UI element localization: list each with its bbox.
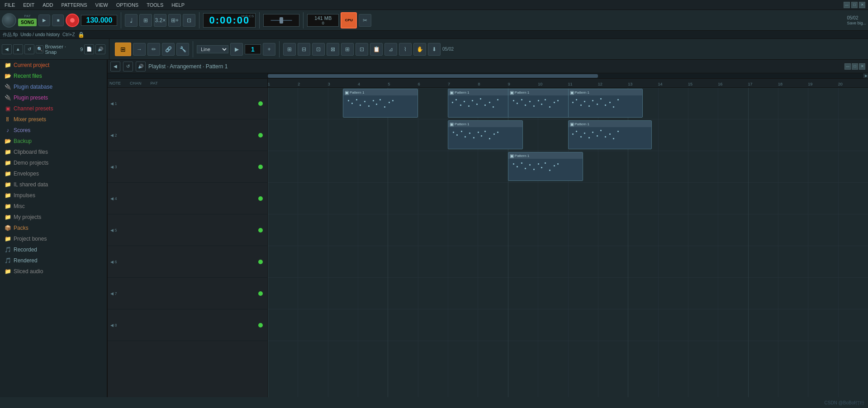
- grid-col-0: [268, 88, 268, 397]
- pattern-block-3[interactable]: ▣ Pattern 1: [568, 89, 643, 118]
- song-pat-toggle[interactable]: SONG: [18, 19, 37, 26]
- mute-tool-btn[interactable]: 🔧: [176, 43, 189, 56]
- stop-button[interactable]: ■: [52, 14, 64, 26]
- playlist-min-btn[interactable]: —: [844, 63, 851, 70]
- pattern-step-btn1[interactable]: ⊞: [139, 14, 152, 27]
- download-btn[interactable]: ⬇: [428, 43, 441, 56]
- sidebar-item-demo-projects[interactable]: 📁 Demo projects: [0, 157, 107, 168]
- timeline-num-1: 1: [268, 82, 270, 86]
- grid-btn5[interactable]: ⊞: [341, 43, 354, 56]
- sidebar-item-label: Demo projects: [14, 160, 48, 166]
- pattern-dots-3: [569, 96, 643, 116]
- sidebar-item-backup[interactable]: 📂 Backup: [0, 136, 107, 147]
- speaker-btn[interactable]: 🔊: [95, 44, 105, 54]
- pattern-dot: [351, 103, 353, 104]
- undo-label[interactable]: Undo / undo history: [20, 32, 60, 37]
- line-select[interactable]: Line: [197, 45, 228, 53]
- playlist-max-btn[interactable]: □: [852, 63, 858, 70]
- draw-tool-btn[interactable]: →: [133, 43, 146, 56]
- window-restore-btn[interactable]: □: [851, 2, 858, 8]
- sidebar-item-label: Envelopes: [14, 171, 39, 177]
- envelope-btn[interactable]: ⌇: [399, 43, 412, 56]
- track-grid[interactable]: ▣ Pattern 1▣ Pattern 1▣ Pattern 1▣ Patte…: [268, 88, 868, 397]
- pattern-step-btn4[interactable]: ⊡: [183, 14, 195, 27]
- pattern-block-5[interactable]: ▣ Pattern 1: [568, 120, 652, 149]
- playlist-refresh-btn[interactable]: ↺: [123, 62, 133, 71]
- pattern-add-btn[interactable]: +: [263, 43, 275, 56]
- master-volume-knob[interactable]: [2, 13, 16, 28]
- sidebar-item-impulses[interactable]: 📁 Impulses: [0, 190, 107, 201]
- sidebar-item-packs[interactable]: 📦 Packs: [0, 223, 107, 233]
- record-button[interactable]: [66, 14, 79, 27]
- sidebar-item-recorded[interactable]: 🎵 Recorded: [0, 244, 107, 255]
- pattern-block-4[interactable]: ▣ Pattern 1: [448, 120, 523, 149]
- menu-item-patterns[interactable]: PATTERNS: [60, 1, 89, 9]
- nav-back-btn[interactable]: ◀: [2, 44, 12, 54]
- sidebar-item-my-projects[interactable]: 📁 My projects: [0, 212, 107, 223]
- playlist-close-btn[interactable]: ✕: [859, 63, 865, 70]
- pattern-dot: [541, 167, 542, 168]
- window-close-btn[interactable]: ✕: [859, 2, 865, 8]
- playlist-speaker-btn[interactable]: 🔊: [136, 62, 146, 71]
- grid-btn3[interactable]: ⊡: [312, 43, 325, 56]
- pitch-range-display[interactable]: [263, 14, 299, 27]
- sidebar-item-plugin-database[interactable]: 🔌 Plugin database: [0, 81, 107, 92]
- sidebar-item-mixer-presets[interactable]: 🎚 Mixer presets: [0, 114, 107, 125]
- nav-up-btn[interactable]: ▲: [13, 44, 23, 54]
- menu-item-edit[interactable]: EDIT: [21, 1, 36, 9]
- playlist-prev-btn[interactable]: ◀: [110, 62, 120, 71]
- pattern-dot: [468, 105, 470, 107]
- sidebar-item-sliced-audio[interactable]: 📁 Sliced audio: [0, 266, 107, 277]
- menu-item-options[interactable]: OPTIONS: [114, 1, 141, 9]
- clipboard-btn[interactable]: 📋: [370, 43, 383, 56]
- metronome-icon-btn[interactable]: ♩: [125, 14, 138, 27]
- window-minimize-btn[interactable]: —: [844, 2, 850, 8]
- pattern-dot: [597, 104, 598, 105]
- menu-item-file[interactable]: FILE: [3, 1, 17, 9]
- sidebar-item-rendered[interactable]: 🎵 Rendered: [0, 255, 107, 266]
- sidebar-item-current-project[interactable]: 📁 Current project: [0, 60, 107, 71]
- grid-btn2[interactable]: ⊟: [298, 43, 310, 56]
- sidebar-item-misc[interactable]: 📁 Misc: [0, 201, 107, 212]
- pattern-block-0[interactable]: ▣ Pattern 1: [343, 89, 418, 118]
- timeline-scroll-right-btn[interactable]: ▶: [863, 73, 868, 78]
- filter-btn[interactable]: ⊿: [384, 43, 397, 56]
- nav-search-btn[interactable]: 🔍: [36, 45, 44, 53]
- menu-item-view[interactable]: VIEW: [94, 1, 110, 9]
- scissors-icon-btn[interactable]: ✂: [359, 14, 371, 27]
- expand-btn[interactable]: ▶: [230, 43, 243, 56]
- pattern-step-btn3[interactable]: ⊞+: [168, 14, 181, 27]
- sidebar-item-recent-files[interactable]: 📂 Recent files: [0, 71, 107, 81]
- cpu-meter[interactable]: CPU: [341, 12, 357, 28]
- grid-btn6[interactable]: ⊡: [356, 43, 368, 56]
- pattern-display-btn[interactable]: ⊞: [115, 43, 131, 56]
- pattern-block-6[interactable]: ▣ Pattern 1: [508, 152, 583, 181]
- add-file-btn[interactable]: 📄: [84, 44, 94, 54]
- brush-tool-btn[interactable]: ✏: [147, 43, 160, 56]
- tempo-display[interactable]: 130.000: [81, 15, 117, 26]
- sidebar-item-label: Channel presets: [14, 105, 53, 112]
- timeline-num-17: 17: [748, 82, 753, 86]
- grid-btn1[interactable]: ⊞: [283, 43, 296, 56]
- pattern-dot: [497, 99, 498, 100]
- link-tool-btn[interactable]: 🔗: [162, 43, 175, 56]
- nav-refresh-btn[interactable]: ↺: [24, 44, 34, 54]
- timeline-scrollbar-container[interactable]: ▶: [268, 73, 868, 78]
- track-num-6: ◀ 6: [110, 260, 118, 264]
- grab-btn[interactable]: ✋: [413, 43, 426, 56]
- pattern-step-btn2[interactable]: 3.2×: [154, 14, 166, 27]
- sidebar-item-channel-presets[interactable]: ▣ Channel presets: [0, 103, 107, 114]
- play-button[interactable]: ▶: [38, 14, 50, 26]
- sidebar-item-clipboard-files[interactable]: 📁 Clipboard files: [0, 147, 107, 157]
- menu-item-add[interactable]: ADD: [41, 1, 55, 9]
- grid-btn4[interactable]: ⊠: [327, 43, 339, 56]
- sidebar-item-project-bones[interactable]: 📁 Project bones: [0, 233, 107, 244]
- playlist-breadcrumb: Playlist · Arrangement · Pattern 1: [148, 63, 228, 70]
- menu-item-tools[interactable]: TOOLS: [145, 1, 165, 9]
- sidebar-item-plugin-presets[interactable]: 🔌 Plugin presets: [0, 92, 107, 103]
- sidebar-item-il-shared-data[interactable]: 📁 IL shared data: [0, 179, 107, 190]
- menu-item-help[interactable]: HELP: [170, 1, 186, 9]
- sidebar-item-scores[interactable]: ♪ Scores: [0, 125, 107, 136]
- sidebar-item-envelopes[interactable]: 📁 Envelopes: [0, 168, 107, 179]
- timeline-num-18: 18: [778, 82, 783, 86]
